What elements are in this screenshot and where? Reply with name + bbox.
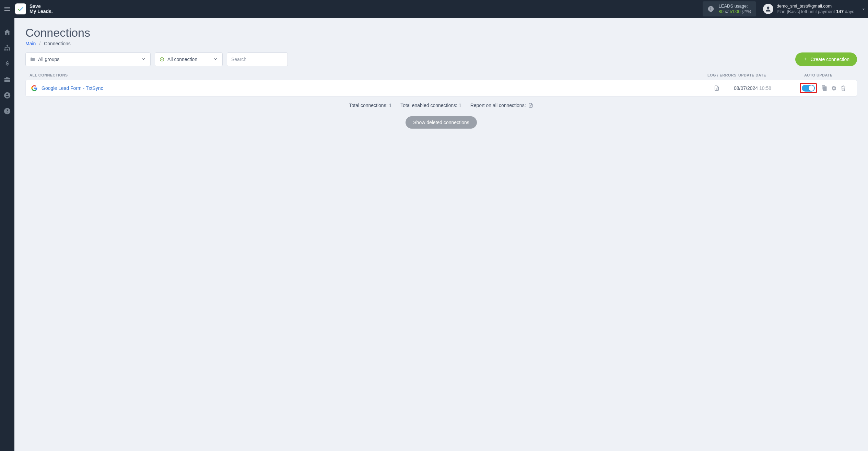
col-header-date: Update date xyxy=(738,73,804,77)
chevron-down-icon xyxy=(213,56,218,63)
search-input[interactable] xyxy=(231,57,283,62)
gear-icon[interactable] xyxy=(831,85,837,91)
log-file-icon[interactable] xyxy=(714,85,720,91)
summary-report[interactable]: Report on all connections: xyxy=(470,103,533,108)
copy-icon[interactable] xyxy=(821,85,827,91)
col-header-log: Log / Errors xyxy=(707,73,738,77)
create-connection-label: Create connection xyxy=(810,57,849,62)
groups-select-label: All groups xyxy=(38,57,59,62)
col-header-auto: Auto update xyxy=(804,73,857,77)
nav-briefcase-icon[interactable] xyxy=(3,75,11,84)
filters-row: All groups All connection Create connect… xyxy=(25,52,857,66)
col-header-name: All connections xyxy=(25,73,707,77)
status-select-label: All connection xyxy=(167,57,197,62)
plus-icon xyxy=(803,57,808,62)
create-connection-button[interactable]: Create connection xyxy=(795,52,857,66)
google-icon xyxy=(31,85,37,91)
nav-billing-icon[interactable] xyxy=(3,60,11,68)
summary-enabled: Total enabled connections: 1 xyxy=(400,103,461,108)
trash-icon[interactable] xyxy=(840,85,846,91)
leads-usage-box[interactable]: LEADS usage: 80 of 5'000 (2%) xyxy=(703,1,756,17)
breadcrumb-main-link[interactable]: Main xyxy=(25,41,36,46)
svg-rect-2 xyxy=(711,7,712,8)
row-actions xyxy=(821,85,846,91)
page-title: Connections xyxy=(25,26,857,39)
status-select[interactable]: All connection xyxy=(155,52,223,66)
side-nav xyxy=(0,18,14,451)
table-header: All connections Log / Errors Update date… xyxy=(25,71,857,80)
info-icon xyxy=(707,5,714,12)
breadcrumb-current: Connections xyxy=(44,41,71,46)
groups-select[interactable]: All groups xyxy=(25,52,151,66)
app-logo[interactable] xyxy=(15,3,26,14)
folder-icon xyxy=(30,57,35,62)
nav-account-icon[interactable] xyxy=(3,91,11,99)
main-content: Connections Main / Connections All group… xyxy=(14,18,868,451)
svg-rect-4 xyxy=(7,45,8,46)
breadcrumb: Main / Connections xyxy=(25,41,857,46)
search-box[interactable] xyxy=(227,52,288,66)
svg-rect-6 xyxy=(7,49,8,51)
account-text: demo_sml_test@gmail.com Plan |Basic| lef… xyxy=(777,3,854,15)
nav-help-icon[interactable] xyxy=(3,107,11,115)
auto-update-highlight xyxy=(800,83,817,93)
auto-update-toggle[interactable] xyxy=(802,85,815,92)
report-file-icon xyxy=(528,103,533,108)
show-deleted-button[interactable]: Show deleted connections xyxy=(406,116,477,129)
top-bar: Save My Leads. LEADS usage: 80 of 5'000 … xyxy=(0,0,868,18)
app-brand-text: Save My Leads. xyxy=(30,4,53,14)
chevron-down-icon[interactable] xyxy=(860,6,867,13)
nav-connections-icon[interactable] xyxy=(3,44,11,52)
summary-row: Total connections: 1 Total enabled conne… xyxy=(25,103,857,108)
account-menu[interactable]: demo_sml_test@gmail.com Plan |Basic| lef… xyxy=(763,3,854,15)
svg-rect-7 xyxy=(9,49,10,51)
svg-rect-5 xyxy=(4,49,6,51)
play-circle-icon xyxy=(159,57,165,62)
chevron-down-icon xyxy=(141,56,146,63)
connection-name-link[interactable]: Google Lead Form - TxtSync xyxy=(42,85,103,91)
summary-total: Total connections: 1 xyxy=(349,103,391,108)
avatar-icon xyxy=(763,4,773,14)
nav-home-icon[interactable] xyxy=(3,28,11,36)
update-date: 08/07/2024 10:58 xyxy=(734,85,799,91)
menu-toggle-icon[interactable] xyxy=(3,4,12,13)
leads-usage-text: LEADS usage: 80 of 5'000 (2%) xyxy=(718,3,751,15)
svg-rect-1 xyxy=(711,8,712,10)
svg-point-9 xyxy=(6,94,8,96)
svg-point-3 xyxy=(767,7,769,9)
connection-row: Google Lead Form - TxtSync 08/07/2024 10… xyxy=(25,80,857,96)
